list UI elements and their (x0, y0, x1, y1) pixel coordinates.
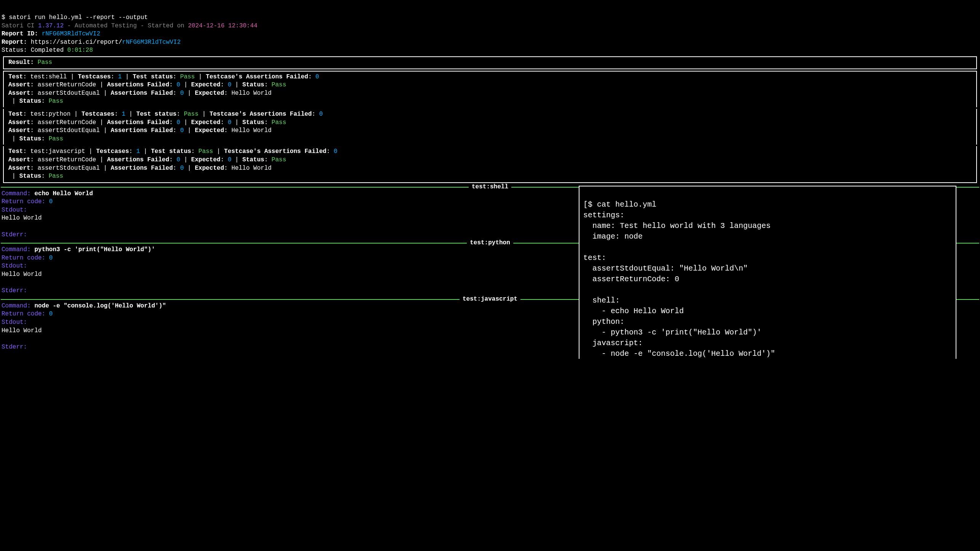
result-value: Pass (38, 59, 52, 66)
report-url-id[interactable]: rNFG6M3RldTcwVI2 (122, 39, 181, 46)
banner-text2: Started on (148, 22, 188, 29)
assert-status-line: | Status: Pass (8, 172, 972, 181)
assert-line: Assert: assertReturnCode | Assertions Fa… (8, 156, 972, 164)
banner-line: Satori CI 1.37.12 - Automated Testing - … (2, 22, 979, 30)
test-header: Test: test:python | Testcases: 1 | Test … (8, 110, 972, 119)
report-id-label: Report ID: (2, 30, 42, 37)
app-name: Satori CI (2, 22, 34, 29)
assert-line: Assert: assertStdoutEqual | Assertions F… (8, 127, 972, 135)
test-header: Test: test:shell | Testcases: 1 | Test s… (8, 73, 972, 81)
banner-text: Automated Testing (75, 22, 137, 29)
assert-line: Assert: assertStdoutEqual | Assertions F… (8, 164, 972, 173)
divider-label: test:python (467, 239, 513, 247)
report-label: Report: (2, 39, 31, 46)
status-label: Status: (2, 47, 31, 54)
result-label: Result: (8, 59, 38, 66)
sep: - (64, 22, 75, 29)
status-time: 0:01:28 (67, 47, 93, 54)
report-id-value: rNFG6M3RldTcwVI2 (42, 30, 101, 37)
status-line: Status: Completed 0:01:28 (2, 46, 979, 55)
test-box: Test: test:javascript | Testcases: 1 | T… (3, 146, 977, 183)
yaml-overlay: [$ cat hello.yml settings: name: Test he… (579, 186, 956, 359)
assert-line: Assert: assertStdoutEqual | Assertions F… (8, 89, 972, 98)
report-url-prefix[interactable]: https://satori.ci/report/ (31, 39, 122, 46)
overlay-cmd: [$ cat hello.yml (583, 200, 656, 209)
version: 1.37.12 (38, 22, 64, 29)
divider-label: test:shell (469, 183, 511, 191)
command-line: $ satori run hello.yml --report --output (2, 14, 979, 22)
status-value: Completed (31, 47, 67, 54)
assert-line: Assert: assertReturnCode | Assertions Fa… (8, 119, 972, 127)
sep2: - (137, 22, 148, 29)
report-id-line: Report ID: rNFG6M3RldTcwVI2 (2, 30, 979, 38)
overlay-content: settings: name: Test hello world with 3 … (583, 211, 775, 358)
assert-line: Assert: assertReturnCode | Assertions Fa… (8, 81, 972, 89)
test-header: Test: test:javascript | Testcases: 1 | T… (8, 148, 972, 156)
date: 2024-12-16 12:30:44 (188, 22, 257, 29)
report-line: Report: https://satori.ci/report/rNFG6M3… (2, 38, 979, 47)
test-box: Test: test:shell | Testcases: 1 | Test s… (3, 71, 977, 107)
assert-status-line: | Status: Pass (8, 135, 972, 143)
assert-status-line: | Status: Pass (8, 97, 972, 106)
test-box: Test: test:python | Testcases: 1 | Test … (3, 109, 977, 145)
result-box: Result: Pass (3, 56, 977, 69)
cmd-text: satori run hello.yml --report --output (9, 14, 148, 21)
prompt: $ (2, 14, 5, 21)
divider-label: test:javascript (460, 295, 520, 304)
